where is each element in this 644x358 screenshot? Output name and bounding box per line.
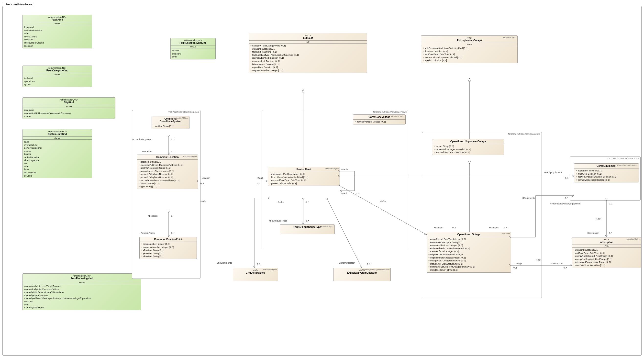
mult-label: 0..* (306, 220, 309, 222)
role-label: +PositionPoints (139, 232, 154, 234)
role-label: +FaultCauseTypes (269, 220, 287, 222)
class-UnplannedOutage[interactable]: Operations::UnplannedOutage cause: Strin… (432, 139, 504, 155)
mult-label: 0..1 (171, 138, 175, 140)
role-label: +Outage (434, 226, 442, 229)
mult-label: 0..* (564, 266, 567, 269)
mult-label: 0..1 (514, 266, 517, 269)
role-label: +Outages (489, 226, 498, 229)
role-label: +Outage (514, 262, 522, 264)
class-Outage[interactable]: Document Operations::Outage actualPeriod… (427, 232, 511, 273)
class-FaultCauseType[interactable]: IdentifiedObject Faults::FaultCauseType (280, 224, 335, 234)
role-label: +Interruption (587, 232, 599, 234)
class-Fault[interactable]: IdentifiedObject Faults::Fault impedance… (268, 167, 340, 186)
role-label: +CoordinateSystem (132, 138, 151, 140)
mult-label: 0..* (609, 232, 612, 234)
stereo-label: «NC» (200, 200, 206, 202)
class-Interruption[interactable]: IdentifiedObject «NC»Interruption «NC» d… (572, 237, 641, 268)
mult-label: 0..* (257, 182, 260, 184)
enum-FaultLocationTypeKind[interactable]: «enumeration,NC»FaultLocationTypeKind li… (170, 38, 216, 60)
class-CoordinateSystem[interactable]: IdentifiedObject Common:: CoordinateSyst… (152, 116, 190, 129)
mult-label: 0..* (171, 150, 174, 152)
class-Equipment[interactable]: PowerSystemResource Core::Equipment aggr… (574, 163, 639, 182)
class-BaseVoltage[interactable]: IdentifiedObject Core::BaseVoltage nomin… (353, 114, 406, 124)
class-ExtFault[interactable]: «NC»ExtFault «NC» category: FaultCategor… (249, 33, 367, 73)
stereo-label: «NC» (536, 259, 541, 261)
mult-label: 1 (171, 215, 172, 217)
role-label: +Faults (276, 201, 284, 204)
role-label: +InterruptedDeliveryEquipment (550, 202, 580, 205)
role-label: +Equipments (522, 197, 535, 199)
role-label: +Interruption (550, 262, 562, 264)
class-Location[interactable]: IdentifiedObject Common::Location direct… (137, 154, 198, 189)
role-label: +Fault (257, 177, 263, 179)
package-Operations: TC57CIM::IEC61968::Operations (422, 132, 542, 298)
mult-label: 0..1 (565, 177, 568, 179)
role-label: +Location (200, 177, 210, 179)
role-label: +GridDisturbance (215, 262, 232, 264)
mult-label: 0..1 (200, 182, 204, 184)
mult-label: 0..1 (257, 263, 260, 265)
mult-label: 0..* (306, 201, 309, 204)
role-label: +Locations (142, 150, 152, 152)
mult-label: 0..* (171, 232, 174, 234)
stereo-label: «NC» (380, 200, 386, 202)
class-PositionPoint[interactable]: Common::PositionPoint groupNumber: Integ… (139, 237, 197, 259)
enum-AutoReclosingKind[interactable]: «enumeration,NC»AutoReclosingKind litera… (22, 274, 141, 310)
enum-SystemUnitKind[interactable]: «enumeration,NC»SystemUnitKind literals … (22, 129, 92, 178)
role-label: +FaultyEquipment (544, 171, 562, 174)
mult-label: 0..* (504, 226, 507, 229)
mult-label: 0..* (356, 192, 359, 195)
mult-label: 0..1 (452, 226, 456, 229)
stereo-label: «NC» (595, 218, 601, 220)
class-ExtUnplannedOutage[interactable]: IdentifiedObject «NC»ExtUnplannedOutage … (421, 36, 518, 63)
class-GridDisturbance[interactable]: IdentifiedObject «NC»GridDisturbance (233, 268, 278, 281)
enum-TripKind[interactable]: «enumeration,NC»TripKind literals automa… (22, 97, 116, 119)
role-label: +Fault (341, 192, 347, 195)
mult-label: 0..1 (367, 263, 370, 265)
diagram-title: class ExtGridDisturbance (3, 3, 34, 6)
literals: functional undesiredFunction other lineT… (23, 25, 92, 48)
mult-label: 0..1 (609, 202, 612, 205)
role-label: +SystemOperator (338, 262, 355, 264)
enum-FaultKind[interactable]: «enumeration,NC»FaultKind literals funct… (22, 15, 92, 48)
enum-FaultCategoryKind[interactable]: «enumeration,NC»FaultCategoryKind litera… (22, 66, 92, 87)
class-SystemOperator[interactable]: PowerSystemOrganisationRole «NC»ExtRole:… (333, 268, 391, 281)
role-label: +Location (148, 215, 158, 217)
role-label: +Faults (341, 168, 348, 171)
mult-label: 0..* (565, 197, 568, 199)
